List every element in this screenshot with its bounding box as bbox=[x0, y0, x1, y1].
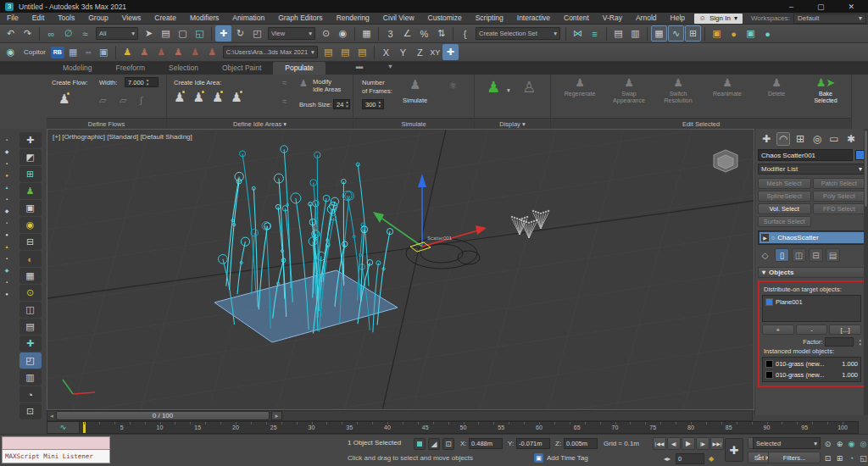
utilities-tab-icon[interactable]: ✱ bbox=[844, 132, 858, 146]
mini-tool-icon[interactable]: ▪ bbox=[6, 220, 8, 226]
viewport-label[interactable]: [+] [Orthographic] [Standard] [Default S… bbox=[53, 133, 192, 141]
maximize-button[interactable]: ▢ bbox=[817, 3, 825, 11]
idle-area-add-icon[interactable]: ≈ bbox=[282, 78, 287, 87]
swap-appearance-button[interactable]: ♟Swap Appearance bbox=[605, 76, 653, 104]
time-slider[interactable]: ◂ 0 / 100 ▸ bbox=[47, 410, 753, 421]
motion-tab-icon[interactable]: ◎ bbox=[810, 132, 824, 146]
bake-selected-button[interactable]: ♟➤Bake Selected bbox=[802, 76, 849, 104]
chevron-down-icon[interactable]: ▾ bbox=[507, 86, 510, 94]
toolbox-half-icon[interactable]: ◐ bbox=[19, 251, 42, 267]
mini-tool-icon[interactable]: ● bbox=[5, 291, 8, 297]
populate-seat-icon[interactable]: ♟ bbox=[153, 44, 170, 60]
sign-in-button[interactable]: ☺ Sign In ▾ bbox=[694, 14, 743, 24]
menu-graph-editors[interactable]: Graph Editors bbox=[271, 13, 329, 24]
copitor-button[interactable]: Copitor bbox=[19, 48, 50, 56]
mini-tool-icon[interactable]: ▪ bbox=[6, 137, 8, 143]
instanced-models-list[interactable]: 010-grass (new...1.000010-grass (new...1… bbox=[762, 357, 861, 382]
modifier-list-dropdown[interactable]: Modifier List ▾ bbox=[758, 164, 865, 175]
menu-group[interactable]: Group bbox=[81, 13, 115, 24]
orbit-icon[interactable]: ◔ bbox=[846, 452, 857, 465]
display-people-icon[interactable]: ♟ bbox=[487, 78, 500, 97]
show-end-result-icon[interactable]: ▯ bbox=[775, 248, 789, 262]
z-coordinate-field[interactable]: 0.005m bbox=[564, 438, 598, 449]
display-panel-label[interactable]: Display ▾ bbox=[475, 118, 550, 129]
populate-walk-icon[interactable]: ♟ bbox=[170, 44, 186, 60]
define-idle-areas-panel-label[interactable]: Define Idle Areas ▾ bbox=[167, 118, 353, 129]
toggle-layer-explorer-icon[interactable]: ▥ bbox=[627, 25, 643, 42]
key-filters-icon[interactable]: ⤴ bbox=[753, 452, 765, 463]
hierarchy-tab-icon[interactable]: ⊞ bbox=[793, 132, 807, 146]
select-and-scale-icon[interactable]: ◰ bbox=[249, 25, 265, 42]
create-idle-area-3-icon[interactable]: ♟ bbox=[212, 90, 223, 105]
steering-wheel-icon[interactable] bbox=[714, 150, 737, 172]
configure-modifier-sets-icon[interactable]: ▤ bbox=[826, 248, 840, 262]
frame-step-arrows[interactable]: ◂▸ bbox=[664, 455, 670, 463]
menu-content[interactable]: Content bbox=[557, 13, 596, 24]
rectangular-selection-region-icon[interactable]: ▢ bbox=[175, 25, 191, 42]
delete-button[interactable]: ♟Delete bbox=[753, 76, 800, 97]
maxscript-macro-field[interactable] bbox=[2, 436, 110, 450]
bind-to-space-warp-icon[interactable]: ≈ bbox=[77, 25, 93, 42]
go-to-end-button[interactable]: ▶▶| bbox=[710, 437, 724, 450]
modifier-stack-item[interactable]: ▶ ○ ChaosScatter bbox=[760, 232, 864, 243]
select-by-name-icon[interactable]: ▤ bbox=[158, 25, 174, 42]
toolbox-people-icon[interactable]: ♟ bbox=[19, 183, 42, 199]
zoom-region-icon[interactable]: ⊡ bbox=[822, 452, 833, 465]
create-idle-area-1-icon[interactable]: ♟ bbox=[174, 90, 185, 105]
factor-field[interactable] bbox=[825, 337, 854, 347]
menu-rendering[interactable]: Rendering bbox=[330, 13, 376, 24]
next-key-button[interactable]: |▶ bbox=[696, 437, 709, 450]
select-and-rotate-icon[interactable]: ↻ bbox=[232, 25, 248, 42]
objects-rollout-header[interactable]: ▾ Objects bbox=[758, 267, 865, 278]
reanimate-button[interactable]: ♟Reanimate bbox=[704, 76, 751, 97]
menu-v-ray[interactable]: V-Ray bbox=[596, 13, 629, 24]
menu-civil-view[interactable]: Civil View bbox=[376, 13, 421, 24]
schematic-view-icon[interactable]: ⊞ bbox=[685, 25, 701, 42]
flow-ramp-up-icon[interactable]: ▱ bbox=[99, 95, 106, 106]
plane001-object[interactable] bbox=[214, 270, 398, 342]
populate-flow-icon[interactable]: ♟ bbox=[120, 44, 136, 60]
edit-selected-panel-label[interactable]: Edit Selected bbox=[551, 118, 851, 129]
mini-tool-icon[interactable]: ▪ bbox=[6, 197, 8, 202]
key-mode-toggle-icon[interactable]: ◆ bbox=[709, 455, 714, 463]
array-tool-icon[interactable]: ▫▫ bbox=[82, 44, 95, 60]
visibility-bulb-icon[interactable]: ○ bbox=[771, 235, 775, 241]
toolbox-minus-icon[interactable]: ⊟ bbox=[19, 234, 42, 250]
populate-stand-icon[interactable]: ♟ bbox=[204, 44, 220, 60]
window-crossing-icon[interactable]: ◱ bbox=[192, 25, 208, 42]
create-idle-area-2-icon[interactable]: ♟ bbox=[192, 90, 203, 105]
edit-named-selection-sets-icon[interactable]: { bbox=[457, 25, 473, 42]
percent-snap-toggle-icon[interactable]: % bbox=[416, 25, 432, 42]
object-name-field[interactable]: Chaos Scatter001 bbox=[758, 149, 853, 161]
make-unique-icon[interactable]: ◫ bbox=[792, 248, 806, 262]
axis-constraint-toggle-icon[interactable]: ✚ bbox=[442, 44, 459, 60]
ribbon-tab-modeling[interactable]: Modeling bbox=[51, 62, 104, 75]
zoom-extents-all-icon[interactable]: ◎ bbox=[858, 437, 868, 451]
flow-ramp-down-icon[interactable]: ▱ bbox=[120, 95, 126, 106]
menu-animation[interactable]: Animation bbox=[225, 13, 271, 24]
ribbon-tab-populate[interactable]: Populate bbox=[273, 62, 326, 75]
rendered-frame-window-icon[interactable]: ▣ bbox=[743, 25, 759, 42]
zoom-extents-icon[interactable]: ◉ bbox=[846, 437, 857, 451]
menu-arnold[interactable]: Arnold bbox=[629, 13, 664, 24]
pan-view-icon[interactable]: ⊞ bbox=[834, 452, 845, 465]
create-tab-icon[interactable]: ✚ bbox=[760, 132, 773, 146]
x-coordinate-field[interactable]: 0.488m bbox=[469, 438, 503, 449]
mesh-select-button[interactable]: Mesh Select bbox=[758, 178, 811, 189]
grid-tool-icon[interactable]: ▦ bbox=[65, 44, 81, 60]
toolbox-window-icon[interactable]: ◫ bbox=[19, 302, 42, 318]
selection-set-dropdown[interactable]: Selected ▾ bbox=[753, 437, 821, 449]
selection-lock-toggle-icon[interactable]: ◢ bbox=[428, 438, 440, 450]
menu-modifiers[interactable]: Modifiers bbox=[183, 13, 225, 24]
pan-time-icon[interactable]: ✚ bbox=[725, 438, 743, 462]
axis-xy-plane-icon[interactable]: XY bbox=[429, 44, 442, 60]
regenerate-button[interactable]: ♟Regenerate bbox=[556, 76, 604, 97]
mini-tool-icon[interactable]: ◆ bbox=[5, 208, 9, 214]
named-selection-sets-dropdown[interactable]: Create Selection Set▾ bbox=[476, 27, 560, 40]
target-object-row[interactable]: Plane001 bbox=[764, 297, 860, 308]
menu-edit[interactable]: Edit bbox=[25, 13, 52, 24]
pin-stack-icon[interactable]: ◇ bbox=[758, 248, 772, 262]
toolbox-add-icon[interactable]: ✚ bbox=[19, 336, 42, 352]
idle-area-subtract-icon[interactable]: ≈ bbox=[282, 97, 287, 106]
workspace-dropdown[interactable]: Default ▾ bbox=[793, 14, 866, 24]
